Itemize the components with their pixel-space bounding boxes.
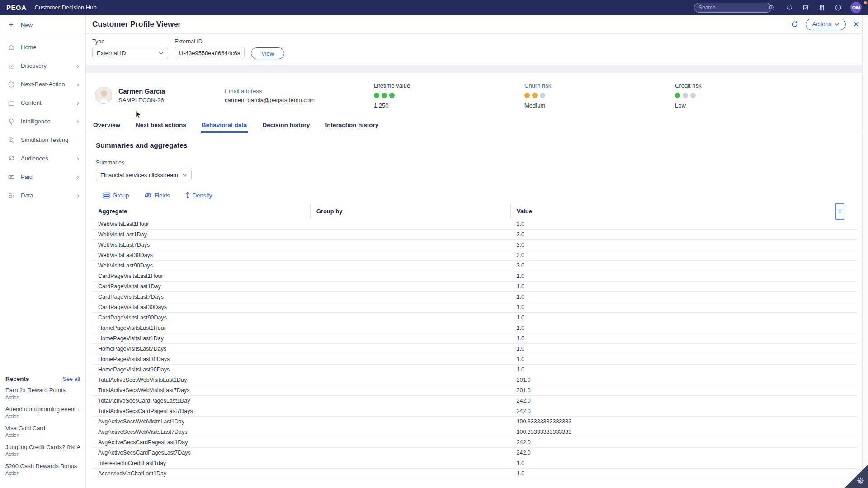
search-input[interactable] bbox=[698, 5, 769, 11]
recent-item[interactable]: Earn 2x Reward Points Action bbox=[5, 387, 80, 400]
table-row[interactable]: CardPageVisitsLast7Days 1.0 bbox=[92, 291, 857, 302]
table-row[interactable]: AvgActiveSecsWebVisitsLast7Days 100.3333… bbox=[92, 427, 857, 437]
churn-risk-dots bbox=[524, 93, 675, 98]
aggregate-cell: WebVisitsLast1Day bbox=[92, 229, 310, 239]
table-row[interactable]: AccessedViaChatLast1Day 1.0 bbox=[92, 468, 857, 479]
global-search[interactable] bbox=[694, 3, 772, 13]
value-cell: 3.0 bbox=[511, 260, 857, 271]
recent-item[interactable]: Visa Gold Card Action bbox=[5, 425, 80, 438]
table-row[interactable]: CardPageVisitsLast90Days 1.0 bbox=[92, 312, 857, 323]
table-row[interactable]: WebVisitsLast90Days 3.0 bbox=[92, 260, 857, 271]
value-cell: 100.33333333333333 bbox=[511, 427, 857, 437]
table-row[interactable]: HomePageVisitsLast90Days 1.0 bbox=[92, 364, 857, 375]
table-row[interactable]: HomePageVisitsLast1Day 1.0 bbox=[92, 333, 857, 343]
table-row[interactable]: CardPageVisitsLast1Day 1.0 bbox=[92, 281, 857, 291]
recent-item[interactable]: Attend our upcoming event ... Action bbox=[5, 406, 80, 419]
recent-item[interactable]: $200 Cash Rewards Bonus Action bbox=[5, 463, 80, 476]
table-row[interactable]: AvgActiveSecsCardPagesLast7Days 242.0 bbox=[92, 447, 857, 458]
group-by-cell bbox=[310, 323, 510, 333]
table-row[interactable]: HomePageVisitsLast30Days 1.0 bbox=[92, 354, 857, 364]
group-by-cell bbox=[310, 260, 510, 271]
scrollbar[interactable] bbox=[862, 15, 868, 488]
tab-interaction-history[interactable]: Interaction history bbox=[324, 118, 379, 133]
aggregate-cell: TotalActiveSecsCardPagesLast1Day bbox=[92, 395, 310, 406]
gray-status-dot bbox=[540, 93, 545, 98]
column-header-value: Value bbox=[511, 204, 857, 219]
actions-button[interactable]: Actions bbox=[806, 19, 846, 30]
table-row[interactable]: InterestedInCreditLast1day 1.0 bbox=[92, 458, 857, 468]
fields-button[interactable]: Fields bbox=[144, 192, 170, 199]
value-cell: 3.0 bbox=[511, 219, 857, 229]
table-row[interactable]: TotalActiveSecsCardPagesLast7Days 242.0 bbox=[92, 406, 857, 416]
green-status-dot bbox=[382, 93, 387, 98]
metric-credit-risk: Credit risk Low bbox=[675, 82, 826, 109]
table-row[interactable]: WebVisitsLast1Day 3.0 bbox=[92, 229, 857, 239]
close-icon[interactable]: × bbox=[853, 19, 859, 29]
group-by-cell bbox=[310, 312, 510, 323]
section-title: Summaries and aggregates bbox=[96, 141, 857, 150]
notification-dot bbox=[864, 1, 867, 4]
table-row[interactable]: HomePageVisitsLast1Hour 1.0 bbox=[92, 323, 857, 333]
value-cell: 242.0 bbox=[511, 447, 857, 458]
settings-sliders-icon[interactable] bbox=[818, 4, 826, 12]
sidebar-item-intelligence[interactable]: Intelligence › bbox=[0, 112, 85, 131]
external-id-input[interactable] bbox=[175, 47, 245, 59]
notifications-bell-icon[interactable] bbox=[785, 4, 793, 12]
group-by-cell bbox=[310, 239, 510, 250]
type-label: Type bbox=[92, 38, 168, 45]
sidebar-item-simulation-testing[interactable]: Simulation Testing bbox=[0, 131, 85, 149]
group-button[interactable]: Group bbox=[103, 192, 129, 199]
table-row[interactable]: TotalActiveSecsCardPagesLast1Day 242.0 bbox=[92, 395, 857, 406]
sidebar-item-discovery[interactable]: Discovery › bbox=[0, 56, 85, 75]
table-row[interactable]: TotalActiveSecsWebVisitsLast1Day 301.0 bbox=[92, 375, 857, 385]
sidebar-divider bbox=[0, 35, 85, 35]
type-select[interactable]: External ID bbox=[92, 47, 168, 59]
filter-icon bbox=[837, 209, 843, 214]
refresh-icon[interactable] bbox=[791, 20, 798, 28]
sidebar-item-paid[interactable]: Paid › bbox=[0, 168, 85, 186]
tab-overview[interactable]: Overview bbox=[92, 118, 121, 133]
value-cell: 242.0 bbox=[511, 406, 857, 416]
table-row[interactable]: CardPageVisitsLast30Days 1.0 bbox=[92, 302, 857, 312]
summaries-select[interactable]: Financial services clickstream bbox=[96, 169, 192, 181]
table-row[interactable]: HomePageVisitsLast7Days 1.0 bbox=[92, 343, 857, 354]
table-header-row: Aggregate Group by Value bbox=[92, 204, 857, 219]
tasks-clipboard-icon[interactable] bbox=[802, 4, 810, 12]
sidebar-item-data[interactable]: Data › bbox=[0, 186, 85, 205]
table-row[interactable]: WebVisitsLast1Hour 3.0 bbox=[92, 219, 857, 229]
folder-icon bbox=[7, 99, 15, 107]
table-row[interactable]: CardPageVisitsLast1Hour 1.0 bbox=[92, 271, 857, 281]
sidebar-item-new[interactable]: + New bbox=[0, 15, 85, 35]
recent-item[interactable]: Juggling Credit Cards? 0% AP... Action bbox=[5, 444, 80, 457]
pega-logo: PEGA bbox=[6, 4, 27, 11]
sidebar-item-audiences[interactable]: Audiences › bbox=[0, 149, 85, 168]
page-title: Customer Profile Viewer bbox=[92, 20, 181, 29]
table-row[interactable]: AvgActiveSecsCardPagesLast1Day 242.0 bbox=[92, 437, 857, 447]
value-cell: 1.0 bbox=[511, 271, 857, 281]
search-icon bbox=[769, 4, 775, 12]
table-row[interactable]: WebVisitsLast30Days 3.0 bbox=[92, 250, 857, 260]
see-all-link[interactable]: See all bbox=[63, 376, 80, 382]
help-icon[interactable]: ? bbox=[834, 4, 842, 12]
tab-behavioral-data[interactable]: Behavioral data bbox=[201, 118, 248, 133]
density-button[interactable]: Density bbox=[185, 192, 212, 199]
filter-button[interactable] bbox=[835, 203, 844, 220]
user-avatar[interactable]: OM bbox=[850, 2, 862, 13]
tab-next-best-actions[interactable]: Next best actions bbox=[135, 118, 187, 133]
sidebar-item-next-best-action[interactable]: Next-Best-Action › bbox=[0, 75, 85, 94]
aggregates-table: Aggregate Group by Value WebVisitsLast1H… bbox=[92, 204, 857, 479]
sidebar-item-content[interactable]: Content › bbox=[0, 94, 85, 112]
group-by-cell bbox=[310, 375, 510, 385]
aggregate-cell: HomePageVisitsLast30Days bbox=[92, 354, 310, 364]
view-button[interactable]: View bbox=[251, 47, 284, 59]
tab-decision-history[interactable]: Decision history bbox=[261, 118, 311, 133]
aggregate-cell: AvgActiveSecsCardPagesLast1Day bbox=[92, 437, 310, 447]
group-by-cell bbox=[310, 281, 510, 291]
table-row[interactable]: TotalActiveSecsWebVisitsLast7Days 301.0 bbox=[92, 385, 857, 395]
aggregate-cell: TotalActiveSecsWebVisitsLast1Day bbox=[92, 375, 310, 385]
sidebar-item-home[interactable]: Home bbox=[0, 38, 85, 56]
aggregate-cell: CardPageVisitsLast30Days bbox=[92, 302, 310, 312]
table-row[interactable]: AvgActiveSecsWebVisitsLast1Day 100.33333… bbox=[92, 416, 857, 427]
table-row[interactable]: WebVisitsLast7Days 3.0 bbox=[92, 239, 857, 250]
aggregate-cell: TotalActiveSecsWebVisitsLast7Days bbox=[92, 385, 310, 395]
